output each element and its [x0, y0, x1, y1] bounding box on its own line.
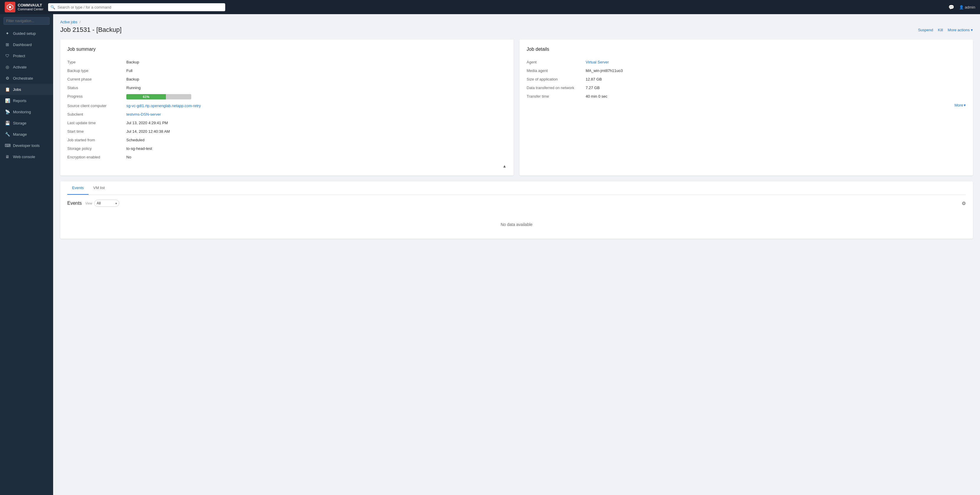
detail-row-data-transferred: Data transferred on network 7.27 GB — [527, 84, 966, 92]
value-last-update: Jul 13, 2020 4:29:41 PM — [126, 121, 168, 125]
detail-row-backup-type: Backup type Full — [67, 67, 506, 75]
value-backup-type: Full — [126, 68, 132, 73]
sidebar-item-label: Protect — [13, 54, 25, 58]
chevron-down-icon: ▾ — [971, 28, 973, 32]
sidebar-item-guided-setup[interactable]: ✦ Guided setup — [0, 28, 53, 39]
detail-row-subclient: Subclient testvms-DSN-server — [67, 110, 506, 119]
sidebar-item-web-console[interactable]: 🖥 Web console — [0, 151, 53, 162]
sidebar-item-reports[interactable]: 📊 Reports — [0, 95, 53, 106]
value-status: Running — [126, 86, 140, 90]
sidebar-item-label: Orchestrate — [13, 76, 33, 81]
tab-events[interactable]: Events — [67, 181, 89, 195]
suspend-button[interactable]: Suspend — [918, 28, 933, 32]
job-details-title: Job details — [527, 47, 966, 52]
sidebar-item-manage[interactable]: 🔧 Manage — [0, 129, 53, 140]
page-title: Job 21531 - [Backup] — [60, 26, 122, 33]
breadcrumb-parent[interactable]: Active jobs — [60, 20, 77, 24]
breadcrumb: Active jobs / — [60, 20, 973, 24]
sidebar-item-label: Guided setup — [13, 31, 36, 36]
detail-row-last-update: Last update time Jul 13, 2020 4:29:41 PM — [67, 119, 506, 127]
agent-link[interactable]: Virtual Server — [585, 60, 609, 64]
sidebar-item-protect[interactable]: 🛡 Protect — [0, 50, 53, 61]
content-area: Active jobs / Job 21531 - [Backup] Suspe… — [53, 14, 980, 495]
search-icon: 🔍 — [51, 5, 55, 10]
detail-row-storage-policy: Storage policy to-sg-head-test — [67, 144, 506, 153]
orchestrate-icon: ⚙ — [5, 76, 10, 81]
header-actions: Suspend Kill More actions ▾ — [918, 28, 973, 32]
brand-logo-icon — [5, 2, 15, 13]
sidebar-item-label: Dashboard — [13, 43, 32, 47]
sidebar-item-jobs[interactable]: 📋 Jobs — [0, 84, 53, 95]
sidebar-filter-input[interactable] — [3, 17, 49, 25]
more-details-button[interactable]: More ▾ — [527, 103, 966, 107]
detail-row-source-client: Source client computer sg-vc-gdl1.rtp.op… — [67, 102, 506, 110]
chat-icon[interactable]: 💬 — [948, 5, 954, 10]
tab-vm-list[interactable]: VM list — [89, 181, 110, 195]
view-select[interactable]: All Errors Warnings — [94, 200, 119, 207]
sidebar-item-storage[interactable]: 💾 Storage — [0, 117, 53, 129]
sidebar-item-label: Manage — [13, 132, 27, 136]
source-client-link[interactable]: sg-vc-gdl1.rtp.openenglab.netapp.com-ret… — [126, 103, 201, 108]
value-media-agent: MA_win-jmt87h11uo3 — [585, 68, 623, 73]
sidebar-item-monitoring[interactable]: 📡 Monitoring — [0, 106, 53, 117]
web-console-icon: 🖥 — [5, 154, 10, 159]
view-select-wrap: View All Errors Warnings — [85, 200, 119, 207]
events-title: Events — [67, 201, 82, 206]
protect-icon: 🛡 — [5, 53, 10, 58]
job-summary-table: Type Backup Backup type Full Current pha… — [67, 58, 506, 161]
value-start-time: Jul 14, 2020 12:40:38 AM — [126, 129, 170, 133]
monitoring-icon: 📡 — [5, 109, 10, 114]
view-select-container[interactable]: All Errors Warnings — [94, 200, 119, 207]
sidebar-filter[interactable] — [0, 14, 53, 28]
activate-icon: ◎ — [5, 65, 10, 69]
breadcrumb-separator: / — [80, 20, 80, 24]
detail-row-progress: Progress 61% — [67, 92, 506, 102]
sidebar-item-dashboard[interactable]: ⊞ Dashboard — [0, 39, 53, 50]
jobs-icon: 📋 — [5, 87, 10, 92]
search-bar[interactable]: 🔍 — [48, 3, 225, 11]
value-current-phase: Backup — [126, 77, 139, 81]
sidebar-item-activate[interactable]: ◎ Activate — [0, 61, 53, 73]
progress-label: 61% — [143, 95, 150, 98]
no-data-message: No data available — [67, 210, 966, 239]
detail-row-job-started-from: Job started from Scheduled — [67, 136, 506, 144]
progress-bar: 61% — [126, 94, 191, 99]
job-summary-title: Job summary — [67, 47, 506, 52]
view-label: View — [85, 201, 92, 205]
job-details-card: Job details Agent Virtual Server Media a… — [520, 40, 973, 176]
cards-row: Job summary Type Backup Backup type Full… — [60, 40, 973, 176]
storage-icon: 💾 — [5, 121, 10, 125]
user-menu[interactable]: 👤 admin — [959, 5, 975, 10]
sidebar-item-developer-tools[interactable]: ⌨ Developer tools — [0, 140, 53, 151]
value-data-transferred: 7.27 GB — [585, 86, 600, 90]
manage-icon: 🔧 — [5, 132, 10, 136]
user-icon: 👤 — [959, 5, 964, 10]
collapse-button[interactable]: ▲ — [67, 161, 506, 168]
sidebar-item-label: Jobs — [13, 87, 21, 92]
navbar: COMMVAULT Command Center 🔍 💬 👤 admin — [0, 0, 980, 14]
sidebar-item-label: Developer tools — [13, 143, 40, 148]
value-type: Backup — [126, 60, 139, 64]
subclient-link[interactable]: testvms-DSN-server — [126, 112, 161, 116]
sidebar-item-label: Activate — [13, 65, 27, 69]
main: Active jobs / Job 21531 - [Backup] Suspe… — [53, 14, 980, 495]
detail-row-media-agent: Media agent MA_win-jmt87h11uo3 — [527, 67, 966, 75]
detail-row-start-time: Start time Jul 14, 2020 12:40:38 AM — [67, 127, 506, 136]
chevron-up-icon: ▲ — [503, 164, 506, 168]
more-actions-button[interactable]: More actions ▾ — [948, 28, 973, 32]
gear-icon[interactable]: ⚙ — [962, 201, 966, 206]
sidebar-item-orchestrate[interactable]: ⚙ Orchestrate — [0, 73, 53, 84]
brand-sub: Command Center — [18, 7, 43, 11]
reports-icon: 📊 — [5, 98, 10, 103]
page-header: Job 21531 - [Backup] Suspend Kill More a… — [60, 26, 973, 33]
detail-row-transfer-time: Transfer time 40 min 0 sec — [527, 92, 966, 101]
search-input[interactable] — [48, 3, 225, 11]
svg-point-1 — [9, 6, 11, 8]
kill-button[interactable]: Kill — [938, 28, 943, 32]
detail-row-agent: Agent Virtual Server — [527, 58, 966, 67]
value-storage-policy: to-sg-head-test — [126, 146, 152, 151]
brand: COMMVAULT Command Center — [5, 2, 43, 13]
progress-bar-fill: 61% — [126, 94, 166, 99]
dashboard-icon: ⊞ — [5, 42, 10, 47]
bottom-section: Events VM list Events View All Err — [60, 181, 973, 239]
